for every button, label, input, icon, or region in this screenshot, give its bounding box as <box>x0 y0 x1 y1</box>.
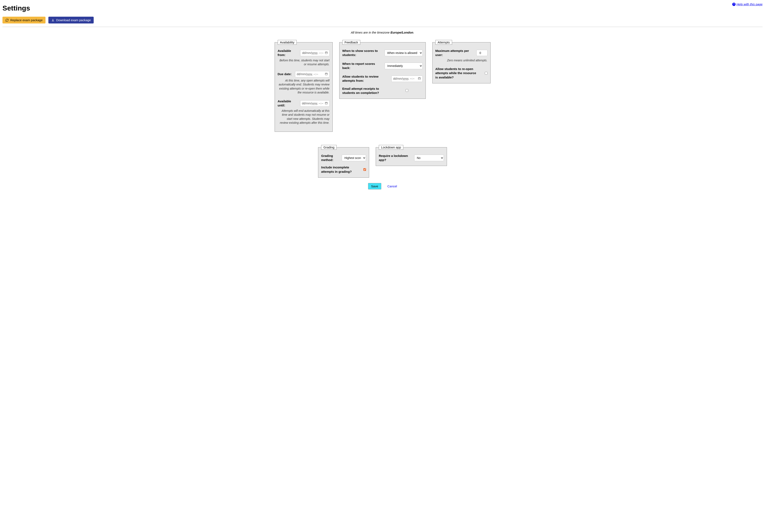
grading-method-label: Grading method: <box>321 154 340 162</box>
reopen-attempts-checkbox[interactable] <box>485 72 487 75</box>
review-from-placeholder: dd/mm/yyyy, --:-- <box>393 77 414 80</box>
reopen-attempts-label: Allow students to re-open attempts while… <box>435 67 479 80</box>
replace-package-label: Replace exam package <box>10 18 43 22</box>
available-from-input[interactable]: dd/mm/yyyy, --:-- <box>300 50 330 56</box>
max-attempts-input[interactable] <box>476 50 487 56</box>
require-lockdown-select[interactable]: No <box>414 155 444 161</box>
package-actions: Replace exam package Download exam packa… <box>2 17 763 23</box>
report-scores-select[interactable]: Immediately <box>384 63 422 69</box>
availability-fieldset: Availability Available from: dd/mm/yyyy,… <box>275 40 333 132</box>
help-link-text: Help with this page <box>736 2 763 6</box>
help-icon: ? <box>732 3 736 6</box>
download-package-label: Download exam package <box>56 18 91 22</box>
due-date-label: Due date: <box>278 72 292 76</box>
show-scores-label: When to show scores to students: <box>343 49 382 57</box>
available-until-input[interactable]: dd/mm/yyyy, --:-- <box>300 100 330 107</box>
timezone-note: All times are in the timezone Europe/Lon… <box>2 31 763 34</box>
calendar-icon <box>325 102 328 105</box>
feedback-fieldset: Feedback When to show scores to students… <box>339 40 426 99</box>
available-from-label: Available from: <box>278 49 298 57</box>
refresh-icon <box>5 19 9 22</box>
available-from-placeholder: dd/mm/yyyy, --:-- <box>302 51 324 55</box>
available-from-hint: Before this time, students may not start… <box>278 59 330 67</box>
grading-fieldset: Grading Grading method: Highest score In… <box>318 145 369 178</box>
lockdown-fieldset: Lockdown app Require a lockdown app? No <box>376 145 447 166</box>
available-until-label: Available until: <box>278 99 298 108</box>
report-scores-label: When to report scores back: <box>343 62 383 70</box>
grading-legend: Grading <box>321 145 337 150</box>
feedback-legend: Feedback <box>343 40 361 45</box>
lockdown-legend: Lockdown app <box>379 145 403 150</box>
due-date-placeholder: dd/mm/yyyy, --:-- <box>297 73 318 76</box>
available-until-placeholder: dd/mm/yyyy, --:-- <box>302 102 324 105</box>
help-link[interactable]: ? Help with this page <box>732 2 763 6</box>
review-from-input[interactable]: dd/mm/yyyy, --:-- <box>391 76 422 82</box>
grading-method-select[interactable]: Highest score <box>342 155 366 161</box>
page-title: Settings <box>2 4 30 12</box>
email-receipts-label: Email attempt receipts to students on co… <box>343 87 387 95</box>
download-icon <box>51 19 55 22</box>
available-until-hint: Attempts will end automatically at this … <box>278 109 330 125</box>
save-button[interactable]: Save <box>368 183 381 190</box>
attempts-fieldset: Attempts Maximum attempts per user: Zero… <box>432 40 490 83</box>
cancel-link[interactable]: Cancel <box>387 185 397 188</box>
calendar-icon <box>418 77 421 81</box>
max-attempts-label: Maximum attempts per user: <box>435 49 474 57</box>
max-attempts-hint: Zero means unlimited attempts. <box>435 59 487 63</box>
review-from-label: Allow students to review attempts from: <box>343 75 387 83</box>
divider <box>2 27 763 27</box>
calendar-icon <box>325 73 328 76</box>
availability-legend: Availability <box>278 40 297 45</box>
due-date-hint: At this time, any open attempts will aut… <box>278 79 330 95</box>
email-receipts-checkbox[interactable] <box>405 89 408 92</box>
download-package-button[interactable]: Download exam package <box>48 17 94 23</box>
include-incomplete-checkbox[interactable] <box>364 168 366 171</box>
include-incomplete-label: Include incomplete attempts in grading? <box>321 165 360 174</box>
attempts-legend: Attempts <box>435 40 452 45</box>
replace-package-button[interactable]: Replace exam package <box>2 17 46 23</box>
due-date-input[interactable]: dd/mm/yyyy, --:-- <box>295 71 330 77</box>
show-scores-select[interactable]: When review is allowed <box>384 50 422 56</box>
calendar-icon <box>325 51 328 55</box>
require-lockdown-label: Require a lockdown app? <box>379 154 412 162</box>
